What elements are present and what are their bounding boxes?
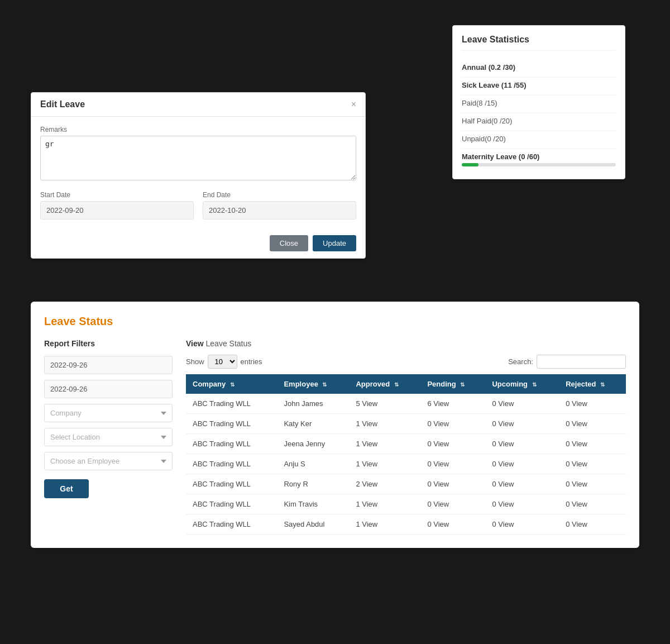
stat-item: Sick Leave (11 /55) — [462, 78, 616, 96]
table-cell-employee: John James — [277, 394, 349, 414]
table-cell-upcoming: 0 View — [485, 514, 559, 535]
end-date-input[interactable] — [203, 201, 356, 220]
remarks-textarea[interactable]: gr — [40, 136, 356, 180]
table-cell-rejected: 0 View — [559, 414, 626, 434]
table-cell-rejected: 0 View — [559, 494, 626, 514]
stat-item: Maternity Leave (0 /60) — [462, 149, 616, 170]
table-cell-company: ABC Trading WLL — [186, 474, 277, 494]
stat-label: Unpaid(0 /20) — [462, 135, 616, 143]
entries-select[interactable]: 10 25 50 — [208, 355, 237, 369]
table-cell-company: ABC Trading WLL — [186, 514, 277, 535]
table-cell-rejected: 0 View — [559, 514, 626, 535]
update-button[interactable]: Update — [313, 235, 356, 251]
stat-item: Paid(8 /15) — [462, 96, 616, 113]
modal-header: Edit Leave × — [31, 93, 365, 117]
get-button[interactable]: Get — [44, 479, 89, 498]
table-area: View Leave Status Show 10 25 50 entries … — [186, 339, 626, 535]
stat-label: Annual (0.2 /30) — [462, 63, 616, 71]
date-from-input[interactable] — [44, 356, 173, 374]
table-cell-company: ABC Trading WLL — [186, 394, 277, 414]
end-date-group: End Date — [203, 191, 356, 220]
table-column-header[interactable]: Upcoming ⇅ — [485, 374, 559, 394]
table-cell-upcoming: 0 View — [485, 454, 559, 474]
modal-close-button[interactable]: × — [351, 99, 356, 109]
start-date-group: Start Date — [40, 191, 194, 220]
table-cell-employee: Anju S — [277, 454, 349, 474]
table-row: ABC Trading WLLJohn James5 View6 View0 V… — [186, 394, 626, 414]
content-layout: Report Filters Company Select Location C… — [44, 339, 626, 535]
table-cell-pending: 0 View — [420, 414, 485, 434]
table-cell-approved: 5 View — [349, 394, 420, 414]
modal-body: Remarks gr Start Date End Date — [31, 117, 365, 228]
company-select[interactable]: Company — [44, 404, 173, 422]
table-row: ABC Trading WLLKim Travis1 View0 View0 V… — [186, 494, 626, 514]
table-cell-upcoming: 0 View — [485, 494, 559, 514]
table-cell-rejected: 0 View — [559, 474, 626, 494]
sort-icon: ⇅ — [600, 381, 605, 388]
modal-footer: Close Update — [31, 228, 365, 258]
section-title: Leave Status — [44, 315, 626, 328]
table-cell-employee: Kim Travis — [277, 494, 349, 514]
table-cell-company: ABC Trading WLL — [186, 454, 277, 474]
date-to-input[interactable] — [44, 380, 173, 398]
sort-icon: ⇅ — [394, 381, 399, 388]
stat-item: Unpaid(0 /20) — [462, 131, 616, 149]
view-sub: Leave Status — [206, 339, 252, 348]
start-date-input[interactable] — [40, 201, 194, 220]
table-cell-approved: 1 View — [349, 514, 420, 535]
table-cell-approved: 1 View — [349, 494, 420, 514]
table-cell-approved: 2 View — [349, 474, 420, 494]
leave-status-section: Leave Status Report Filters Company Sele… — [31, 302, 639, 548]
show-label: Show — [186, 357, 204, 366]
leave-table: Company ⇅Employee ⇅Approved ⇅Pending ⇅Up… — [186, 374, 626, 535]
table-cell-rejected: 0 View — [559, 454, 626, 474]
start-date-label: Start Date — [40, 191, 194, 199]
table-cell-company: ABC Trading WLL — [186, 414, 277, 434]
remarks-label: Remarks — [40, 126, 356, 133]
table-cell-rejected: 0 View — [559, 434, 626, 454]
stat-bar-bg — [462, 163, 616, 166]
table-cell-pending: 6 View — [420, 394, 485, 414]
table-column-header[interactable]: Rejected ⇅ — [559, 374, 626, 394]
table-head: Company ⇅Employee ⇅Approved ⇅Pending ⇅Up… — [186, 374, 626, 394]
sort-icon: ⇅ — [460, 381, 465, 388]
filters-panel: Report Filters Company Select Location C… — [44, 339, 173, 535]
modal-title: Edit Leave — [40, 99, 85, 109]
table-row: ABC Trading WLLKaty Ker1 View0 View0 Vie… — [186, 414, 626, 434]
table-cell-approved: 1 View — [349, 414, 420, 434]
stats-items: Annual (0.2 /30)Sick Leave (11 /55)Paid(… — [462, 60, 616, 170]
stats-title: Leave Statistics — [462, 35, 616, 51]
table-cell-company: ABC Trading WLL — [186, 434, 277, 454]
view-strong: View — [186, 339, 204, 348]
filters-title: Report Filters — [44, 339, 173, 348]
table-row: ABC Trading WLLAnju S1 View0 View0 View0… — [186, 454, 626, 474]
table-controls: Show 10 25 50 entries Search: — [186, 355, 626, 369]
table-column-header[interactable]: Company ⇅ — [186, 374, 277, 394]
table-column-header[interactable]: Approved ⇅ — [349, 374, 420, 394]
edit-leave-modal: Edit Leave × Remarks gr Start Date End D… — [31, 92, 366, 259]
end-date-label: End Date — [203, 191, 356, 199]
table-header-row: Company ⇅Employee ⇅Approved ⇅Pending ⇅Up… — [186, 374, 626, 394]
stat-label: Paid(8 /15) — [462, 99, 616, 107]
search-input[interactable] — [537, 355, 626, 369]
employee-select[interactable]: Choose an Employee — [44, 452, 173, 470]
table-column-header[interactable]: Pending ⇅ — [420, 374, 485, 394]
table-cell-pending: 0 View — [420, 454, 485, 474]
table-column-header[interactable]: Employee ⇅ — [277, 374, 349, 394]
table-cell-pending: 0 View — [420, 434, 485, 454]
table-cell-upcoming: 0 View — [485, 414, 559, 434]
table-cell-rejected: 0 View — [559, 394, 626, 414]
show-entries: Show 10 25 50 entries — [186, 355, 262, 369]
view-label: View Leave Status — [186, 339, 626, 348]
table-body: ABC Trading WLLJohn James5 View6 View0 V… — [186, 394, 626, 535]
table-cell-employee: Sayed Abdul — [277, 514, 349, 535]
stat-label: Half Paid(0 /20) — [462, 117, 616, 125]
location-select[interactable]: Select Location — [44, 428, 173, 446]
entries-label: entries — [241, 357, 262, 366]
close-button[interactable]: Close — [270, 235, 308, 251]
table-cell-upcoming: 0 View — [485, 434, 559, 454]
table-row: ABC Trading WLLRony R2 View0 View0 View0… — [186, 474, 626, 494]
remarks-group: Remarks gr — [40, 126, 356, 182]
sort-icon: ⇅ — [322, 381, 327, 388]
table-cell-pending: 0 View — [420, 494, 485, 514]
